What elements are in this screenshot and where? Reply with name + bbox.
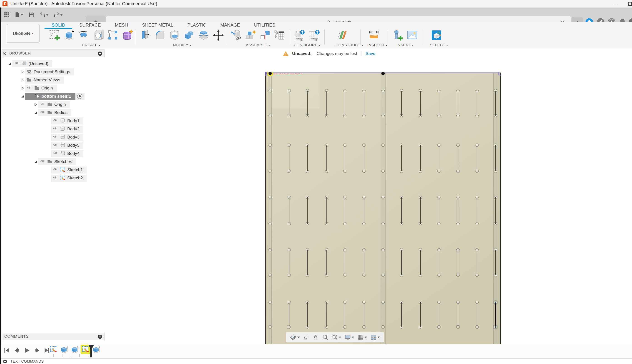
- collapse-panel-icon[interactable]: [2, 51, 7, 56]
- browser-panel-header[interactable]: BROWSER: [2, 50, 105, 57]
- insert-canvas-button[interactable]: [406, 28, 419, 42]
- pan-button[interactable]: [311, 333, 320, 341]
- visibility-eye-icon[interactable]: [52, 118, 58, 123]
- press-pull-button[interactable]: [139, 28, 152, 42]
- tree-collapse-arrow[interactable]: [20, 94, 25, 98]
- grid-display-button[interactable]: [356, 333, 368, 341]
- ribbon-group-label[interactable]: INSERT ▾: [391, 43, 419, 48]
- ribbon-tab-solid[interactable]: SOLID: [45, 22, 72, 28]
- combine-button[interactable]: [183, 28, 196, 42]
- ribbon-tab-sheet-metal[interactable]: SHEET METAL: [135, 22, 180, 28]
- ribbon-group-label[interactable]: ASSEMBLE ▾: [229, 43, 286, 48]
- browser-row-sketch2[interactable]: Sketch2: [2, 174, 109, 182]
- create-form-button[interactable]: [121, 28, 134, 42]
- extrude-button[interactable]: [63, 28, 76, 42]
- visibility-eye-icon[interactable]: [52, 127, 58, 131]
- ribbon-group-label[interactable]: CONFIGURE ▾: [293, 43, 321, 48]
- browser-row-origin[interactable]: Origin: [2, 84, 109, 92]
- browser-row-bottom-shelf-1[interactable]: bottom shelf:1: [2, 92, 109, 100]
- configuration-button[interactable]: [293, 28, 306, 42]
- browser-row-body1[interactable]: Body1: [2, 117, 109, 125]
- hole-button[interactable]: [92, 28, 105, 42]
- ribbon-tab-manage[interactable]: MANAGE: [213, 22, 247, 28]
- ribbon-tab-plastic[interactable]: PLASTIC: [180, 22, 213, 28]
- activate-component-radio[interactable]: [75, 93, 85, 100]
- browser-row--unsaved-[interactable]: (Unsaved): [2, 60, 109, 68]
- text-commands-icon[interactable]: [3, 359, 7, 364]
- viewports-button[interactable]: [369, 333, 381, 341]
- display-settings-button[interactable]: [343, 333, 355, 341]
- tree-expand-arrow[interactable]: [20, 86, 25, 90]
- tree-expand-arrow[interactable]: [20, 78, 25, 82]
- file-new-button[interactable]: [13, 11, 25, 19]
- timeline-feature-sketch[interactable]: [49, 345, 58, 354]
- browser-row-bodies[interactable]: Bodies: [2, 108, 109, 117]
- look-at-button[interactable]: [302, 333, 310, 341]
- shelf-model[interactable]: [265, 72, 501, 344]
- visibility-eye-icon[interactable]: [26, 86, 32, 90]
- tree-expand-arrow[interactable]: [33, 103, 38, 106]
- browser-row-sketches[interactable]: Sketches: [2, 158, 109, 166]
- browser-row-document-settings[interactable]: Document Settings: [2, 68, 109, 76]
- timeline-go-to-start-button[interactable]: [4, 347, 11, 354]
- bom-table-button[interactable]: [273, 28, 286, 42]
- visibility-eye-icon[interactable]: [52, 168, 58, 172]
- browser-row-origin[interactable]: Origin: [2, 100, 109, 108]
- timeline-feature-extrude[interactable]: [60, 345, 68, 354]
- tree-collapse-arrow[interactable]: [33, 160, 38, 164]
- shell-button[interactable]: [168, 28, 181, 42]
- workspace-selector[interactable]: DESIGN ▾: [7, 24, 40, 43]
- app-grid-button[interactable]: [3, 11, 11, 19]
- comments-panel-header[interactable]: COMMENTS: [2, 333, 105, 340]
- ribbon-group-label[interactable]: CREATE ▾: [48, 43, 134, 48]
- create-sketch-button[interactable]: [48, 28, 61, 42]
- visibility-eye-icon[interactable]: [52, 135, 58, 140]
- redo-button[interactable]: [52, 11, 64, 19]
- new-component-button[interactable]: [244, 28, 257, 42]
- visibility-eye-icon[interactable]: [39, 110, 45, 115]
- save-link[interactable]: Save: [366, 51, 375, 56]
- select-tool-button[interactable]: [430, 28, 443, 42]
- timeline-step-back-button[interactable]: [14, 347, 21, 354]
- tree-expand-arrow[interactable]: [20, 70, 25, 74]
- split-body-button[interactable]: [197, 28, 210, 42]
- timeline-play-button[interactable]: [24, 347, 31, 354]
- browser-row-sketch1[interactable]: Sketch1: [2, 166, 109, 174]
- ribbon-group-label[interactable]: INSPECT ▾: [367, 43, 380, 48]
- zoom-button[interactable]: [321, 333, 329, 341]
- ribbon-group-label[interactable]: CONSTRUCT ▾: [336, 43, 349, 48]
- browser-minus-button[interactable]: [98, 51, 103, 56]
- save-button[interactable]: [27, 11, 36, 19]
- visibility-eye-icon[interactable]: [14, 61, 19, 66]
- browser-row-body4[interactable]: Body4: [2, 150, 109, 158]
- visibility-eye-off-icon[interactable]: [39, 102, 45, 107]
- ribbon-tab-mesh[interactable]: MESH: [108, 22, 135, 28]
- ribbon-group-label[interactable]: SELECT ▾: [430, 43, 443, 48]
- tree-collapse-arrow[interactable]: [33, 111, 38, 115]
- move-button[interactable]: [212, 28, 225, 42]
- minimize-button[interactable]: [612, 0, 619, 8]
- comments-add-button[interactable]: [98, 334, 103, 339]
- browser-row-body2[interactable]: Body2: [2, 125, 109, 133]
- ribbon-tab-utilities[interactable]: UTILITIES: [247, 22, 282, 28]
- timeline-position-marker[interactable]: [88, 345, 94, 358]
- visibility-eye-icon[interactable]: [52, 151, 58, 156]
- maximize-button[interactable]: [626, 0, 632, 8]
- visibility-eye-icon[interactable]: [52, 176, 58, 180]
- browser-row-body5[interactable]: Body5: [2, 141, 109, 150]
- timeline-feature-extrude[interactable]: [71, 345, 79, 354]
- undo-button[interactable]: [38, 11, 50, 19]
- browser-row-named-views[interactable]: Named Views: [2, 76, 109, 84]
- pattern-button[interactable]: [106, 28, 120, 42]
- visibility-eye-icon[interactable]: [26, 94, 32, 98]
- fit-button[interactable]: [331, 333, 342, 341]
- insert-fastener-button[interactable]: [391, 28, 404, 42]
- joint-button[interactable]: [259, 28, 272, 42]
- tree-collapse-arrow[interactable]: [7, 62, 12, 66]
- measure-button[interactable]: [367, 28, 380, 42]
- configuration-table-button[interactable]: [308, 28, 321, 42]
- visibility-eye-icon[interactable]: [39, 160, 45, 164]
- viewport-canvas[interactable]: Unsaved: Changes may be lost Save BROWSE…: [0, 48, 632, 344]
- fillet-button[interactable]: [154, 28, 167, 42]
- ribbon-group-label[interactable]: MODIFY ▾: [139, 43, 225, 48]
